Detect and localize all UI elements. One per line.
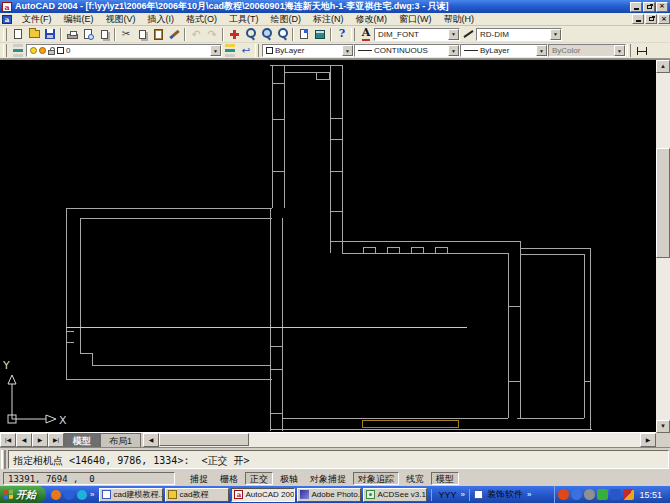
publish-button[interactable]: [96, 27, 112, 42]
tray-update-icon[interactable]: [597, 489, 608, 500]
menu-insert[interactable]: 插入(I): [142, 13, 181, 26]
paste-button[interactable]: [150, 27, 166, 42]
zoom-realtime-button[interactable]: [242, 27, 258, 42]
taskbar-toolbar-decor[interactable]: 装饰软件: [485, 488, 525, 501]
properties-button[interactable]: [296, 27, 312, 42]
vertical-scroll-thumb[interactable]: [656, 148, 670, 258]
taskbar-toolbar-yyy[interactable]: YYY: [436, 490, 458, 500]
lineweight-toggle[interactable]: 线宽: [401, 472, 429, 485]
ortho-toggle[interactable]: 正交: [245, 472, 273, 485]
chevron-down-icon[interactable]: ▼: [536, 45, 547, 56]
menu-view[interactable]: 视图(V): [100, 13, 142, 26]
command-window-grip[interactable]: [1, 450, 6, 469]
linear-dimension-button[interactable]: [634, 43, 650, 58]
copy-button[interactable]: [134, 27, 150, 42]
tray-shield-icon[interactable]: [610, 489, 621, 500]
vertical-scrollbar[interactable]: ▲ ▼: [656, 60, 670, 433]
layer-freeze-sun-icon[interactable]: [39, 47, 46, 54]
tab-first-button[interactable]: |◀: [0, 433, 16, 447]
mdi-minimize-button[interactable]: [632, 14, 644, 24]
toolbar-chevron-icon[interactable]: »: [527, 490, 531, 499]
quicklaunch-msn-icon[interactable]: [77, 490, 87, 500]
scroll-down-button[interactable]: ▼: [656, 420, 670, 433]
layer-lock-icon[interactable]: [48, 50, 55, 55]
drawing-file-icon[interactable]: a: [2, 15, 12, 24]
tray-volume-icon[interactable]: [584, 489, 595, 500]
layer-on-bulb-icon[interactable]: [30, 47, 37, 54]
coordinates-readout[interactable]: 13391, 7694 , 0: [3, 472, 175, 485]
pan-button[interactable]: [226, 27, 242, 42]
menu-help[interactable]: 帮助(H): [438, 13, 481, 26]
taskbar-button-cad-modeling[interactable]: cad建模教程...: [99, 488, 163, 502]
chevron-down-icon[interactable]: ▼: [448, 45, 459, 56]
drawing-canvas[interactable]: Y X ▲ ▼: [0, 59, 670, 432]
designcenter-button[interactable]: [312, 27, 328, 42]
zoom-window-button[interactable]: [258, 27, 274, 42]
help-button[interactable]: ?: [334, 27, 350, 42]
menu-edit[interactable]: 编辑(E): [58, 13, 100, 26]
grid-toggle[interactable]: 栅格: [215, 472, 243, 485]
tray-input-method-icon[interactable]: [623, 489, 634, 500]
quicklaunch-media-icon[interactable]: [51, 490, 61, 500]
layer-color-swatch[interactable]: [57, 47, 64, 54]
tab-layout1[interactable]: 布局1: [100, 433, 141, 447]
command-line-input[interactable]: 指定相机点 <14640, 9786, 1334>: <正交 开>: [8, 450, 669, 469]
undo-button[interactable]: ↶: [188, 27, 204, 42]
toolbar-grip[interactable]: [3, 28, 7, 41]
tray-messenger-icon[interactable]: [571, 489, 582, 500]
new-button[interactable]: [10, 27, 26, 42]
taskbar-button-autocad[interactable]: a AutoCAD 200...: [231, 488, 295, 502]
polar-toggle[interactable]: 极轴: [275, 472, 303, 485]
styles-toolbar-grip[interactable]: [351, 28, 355, 41]
chevron-down-icon[interactable]: ▼: [550, 29, 561, 40]
menu-dimension[interactable]: 标注(N): [307, 13, 350, 26]
menu-tools[interactable]: 工具(T): [223, 13, 265, 26]
tab-model[interactable]: 模型: [64, 433, 100, 447]
taskbar-button-photoshop[interactable]: Adobe Photo...: [297, 488, 361, 502]
layer-combo[interactable]: 0 ▼: [26, 44, 222, 57]
dim-style-combo[interactable]: RD-DIM ▼: [476, 28, 562, 41]
osnap-toggle[interactable]: 对象捕捉: [305, 472, 351, 485]
tab-previous-button[interactable]: ◀: [16, 433, 32, 447]
plot-button[interactable]: [64, 27, 80, 42]
otrack-toggle[interactable]: 对象追踪: [353, 472, 399, 485]
redo-button[interactable]: ↷: [204, 27, 220, 42]
taskbar-button-acdsee[interactable]: ACDSee v3.1...: [363, 488, 427, 502]
mdi-restore-button[interactable]: [645, 14, 657, 24]
scroll-up-button[interactable]: ▲: [656, 60, 670, 73]
menu-modify[interactable]: 修改(M): [350, 13, 394, 26]
horizontal-scrollbar[interactable]: ◀ ▶: [143, 433, 656, 447]
horizontal-scroll-thumb[interactable]: [159, 433, 249, 446]
horizontal-scroll-track[interactable]: [159, 433, 640, 447]
save-button[interactable]: [42, 27, 58, 42]
scroll-left-button[interactable]: ◀: [143, 433, 159, 447]
mdi-close-button[interactable]: ×: [658, 14, 670, 24]
menu-file[interactable]: 文件(F): [16, 13, 58, 26]
tray-antivirus-icon[interactable]: [558, 489, 569, 500]
zoom-previous-button[interactable]: [274, 27, 290, 42]
chevron-down-icon[interactable]: ▼: [342, 45, 353, 56]
make-object-layer-current-button[interactable]: [222, 43, 238, 58]
linetype-combo[interactable]: CONTINUOUS ▼: [354, 44, 460, 57]
tab-next-button[interactable]: ▶: [32, 433, 48, 447]
vertical-scroll-track[interactable]: [656, 73, 670, 420]
quicklaunch-chevron-icon[interactable]: »: [90, 490, 94, 499]
lineweight-combo[interactable]: ByLayer ▼: [460, 44, 548, 57]
layer-manager-button[interactable]: [10, 43, 26, 58]
plot-preview-button[interactable]: [80, 27, 96, 42]
menu-draw[interactable]: 绘图(D): [265, 13, 308, 26]
match-properties-button[interactable]: [166, 27, 182, 42]
chevron-down-icon[interactable]: ▼: [448, 29, 459, 40]
tab-last-button[interactable]: ▶|: [48, 433, 64, 447]
layer-previous-button[interactable]: ↩: [238, 43, 254, 58]
cut-button[interactable]: ✂: [118, 27, 134, 42]
autocad-app-icon[interactable]: a: [2, 2, 12, 12]
taskbar-button-cad-folder[interactable]: cad教程: [165, 488, 229, 502]
menu-format[interactable]: 格式(O): [180, 13, 223, 26]
minimize-button[interactable]: [630, 2, 642, 12]
properties-toolbar-grip[interactable]: [255, 44, 259, 57]
chevron-down-icon[interactable]: ▼: [210, 45, 221, 56]
color-combo[interactable]: ByLayer ▼: [262, 44, 354, 57]
toolbar-chevron-icon[interactable]: »: [460, 490, 464, 499]
layers-toolbar-grip[interactable]: [3, 44, 7, 57]
